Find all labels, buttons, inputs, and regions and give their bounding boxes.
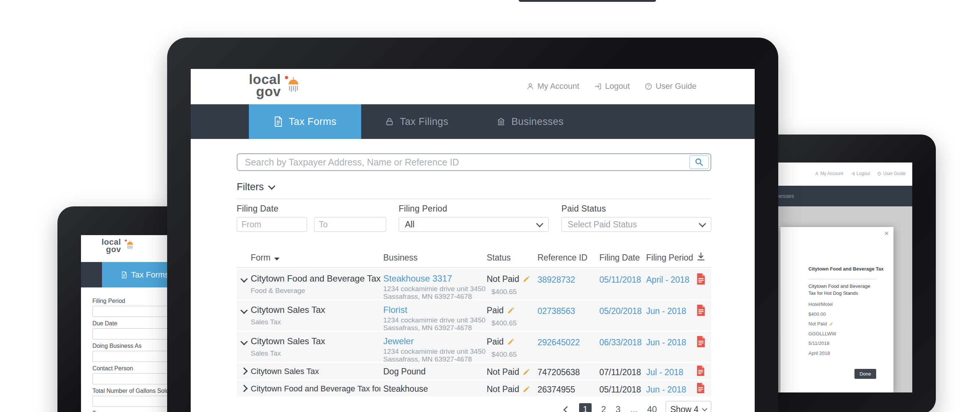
filing-date-link[interactable]: 05/20/2018 <box>599 306 642 316</box>
search-button[interactable] <box>689 155 709 169</box>
my-account-link[interactable]: My Account <box>815 171 843 176</box>
pdf-download-button[interactable] <box>696 304 706 318</box>
modal-values: Hotel/Motel $400.00 Not Paid GGGLLLWW 5/… <box>808 300 837 358</box>
my-account-link[interactable]: My Account <box>527 81 579 91</box>
logout-icon <box>594 83 601 90</box>
center-tablet-screen: local gov My Account Logout ? U <box>191 69 755 412</box>
localgov-logo: local gov <box>249 73 302 98</box>
page-button[interactable]: 40 <box>647 404 657 412</box>
filing-date-link[interactable]: 05/11/2018 <box>599 275 641 285</box>
edit-pencil-icon[interactable] <box>522 276 530 283</box>
expand-row-icon[interactable] <box>242 386 247 393</box>
reference-id-link[interactable]: 292645022 <box>538 338 580 348</box>
filing-period-link[interactable]: Jun - 2018 <box>646 338 686 348</box>
reference-id-link[interactable]: 02738563 <box>538 306 575 316</box>
edit-pencil-icon[interactable] <box>522 369 530 376</box>
amount: $400.65 <box>492 288 530 296</box>
business-link[interactable]: Steakhouse 3317 <box>383 273 452 283</box>
pdf-file-icon <box>696 335 706 348</box>
pagination-prev-icon[interactable] <box>564 404 570 412</box>
edit-pencil-icon[interactable] <box>522 386 530 393</box>
download-all-button[interactable] <box>696 251 706 263</box>
user-icon <box>527 83 534 90</box>
logo-word-local: local <box>249 73 281 86</box>
pagination: 1 2 3 ... 40 Show 4 <box>237 401 711 412</box>
table-row: Citytown Sales Tax Sales Tax Jeweler 123… <box>237 332 711 362</box>
edit-pencil-icon[interactable] <box>507 338 514 346</box>
user-guide-link[interactable]: ? User Guide <box>877 171 906 176</box>
filing-period-link[interactable]: April - 2018 <box>646 275 689 285</box>
filing-date-to-input[interactable] <box>314 217 386 232</box>
paid-status-select[interactable]: Select Paid Status <box>562 217 711 232</box>
scene: local gov Tax Forms Filing Period Due Da… <box>0 0 980 412</box>
localgov-dome-icon <box>124 239 135 252</box>
pdf-file-icon <box>696 365 705 377</box>
form-category: Food & Beverage <box>251 287 381 295</box>
collapse-row-icon[interactable] <box>242 339 247 346</box>
business-link[interactable]: Jeweler <box>383 336 414 346</box>
page-button-current[interactable]: 1 <box>579 403 592 412</box>
business-address: 1234 cockamimie drive unit 3450Sassafras… <box>383 348 485 363</box>
localgov-dome-icon <box>284 75 302 96</box>
right-top-menu: My Account Logout ? User Guide <box>815 171 906 176</box>
logout-icon <box>851 172 855 176</box>
tab-tax-filings[interactable]: Tax Filings <box>385 104 449 139</box>
tab-tax-forms[interactable]: Tax Forms <box>249 104 361 139</box>
reference-id-link[interactable]: 38928732 <box>538 275 575 285</box>
background-device-edge <box>519 0 656 2</box>
filing-period-link[interactable]: Jun - 2018 <box>646 385 686 395</box>
filing-period-link[interactable]: Jun - 2018 <box>646 306 686 316</box>
modal-title: Citytown Food and Beverage Tax <box>808 266 892 271</box>
search-input[interactable] <box>237 154 691 170</box>
collapse-row-icon[interactable] <box>242 308 247 315</box>
pdf-download-button[interactable] <box>696 335 706 349</box>
filings-table: Form Business Status Reference ID Filing… <box>237 250 711 412</box>
help-icon: ? <box>877 172 881 176</box>
collapse-row-icon[interactable] <box>242 276 247 283</box>
status-text: Not Paid <box>487 274 519 284</box>
filing-period-select[interactable]: All <box>399 217 549 232</box>
filing-date: 05/11/2018 <box>599 385 641 395</box>
edit-pencil-icon[interactable] <box>829 322 833 326</box>
form-name: Citytown Sales Tax <box>251 336 325 346</box>
right-app-header: My Account Logout ? User Guide <box>775 163 912 186</box>
page-ellipsis: ... <box>630 404 638 412</box>
filters-toggle[interactable]: Filters <box>237 181 274 193</box>
table-row: Citytown Food and Beverage Tax for... St… <box>237 380 711 396</box>
status-text: Paid <box>487 305 504 315</box>
done-button[interactable]: Done <box>854 369 876 379</box>
main-nav: Tax Forms Tax Filings Businesses <box>191 104 755 139</box>
filing-period-link[interactable]: Jul - 2018 <box>646 367 683 377</box>
pdf-download-button[interactable] <box>696 382 705 395</box>
tab-businesses[interactable]: Businesses <box>496 104 564 139</box>
logout-link[interactable]: Logout <box>851 171 870 176</box>
localgov-logo: local gov <box>102 238 135 253</box>
column-business: Business <box>383 253 417 263</box>
expand-row-icon[interactable] <box>242 369 247 375</box>
pdf-file-icon <box>696 273 706 285</box>
page-button[interactable]: 3 <box>616 404 620 412</box>
filing-date-from-input[interactable] <box>237 217 307 232</box>
logo-word-gov: gov <box>106 246 121 253</box>
user-guide-link[interactable]: ? User Guide <box>644 81 697 91</box>
help-icon: ? <box>644 83 652 90</box>
page-size-select[interactable]: Show 4 <box>666 401 711 412</box>
modal-reference: GGGLLLWW <box>808 329 837 339</box>
filing-date: 07/11/2018 <box>599 367 641 377</box>
download-icon <box>696 251 706 262</box>
business-link[interactable]: Florist <box>383 305 407 315</box>
page-list: 1 2 3 ... 40 <box>564 403 671 412</box>
pdf-file-icon <box>696 382 705 394</box>
modal-paid-status: Not Paid <box>808 319 837 329</box>
pdf-download-button[interactable] <box>696 273 706 287</box>
reference-id: 747205638 <box>538 367 580 377</box>
pdf-download-button[interactable] <box>696 365 705 378</box>
page-button[interactable]: 2 <box>601 404 606 412</box>
filing-date-link[interactable]: 06/33/2018 <box>599 338 642 348</box>
column-form[interactable]: Form <box>251 253 279 263</box>
close-icon[interactable]: × <box>884 229 889 238</box>
logout-link[interactable]: Logout <box>594 81 630 91</box>
business-name: Steakhouse <box>383 384 428 394</box>
edit-pencil-icon[interactable] <box>507 307 514 315</box>
svg-text:?: ? <box>647 84 649 88</box>
